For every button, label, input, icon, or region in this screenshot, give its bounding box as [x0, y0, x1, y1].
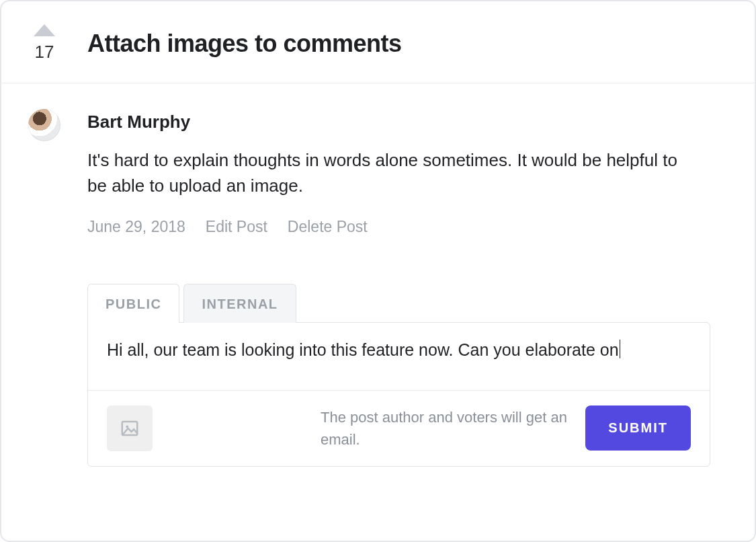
vote-column: 17: [1, 19, 87, 63]
compose-footer: The post author and voters will get an e…: [88, 390, 710, 466]
tab-internal[interactable]: INTERNAL: [183, 284, 296, 323]
content-column: Bart Murphy It's hard to explain thought…: [87, 108, 734, 467]
post-header: 17 Attach images to comments: [1, 1, 755, 83]
tab-public[interactable]: PUBLIC: [87, 284, 179, 323]
vote-count: 17: [35, 42, 54, 63]
compose-tabs: PUBLIC INTERNAL: [87, 283, 710, 322]
edit-post-link[interactable]: Edit Post: [206, 218, 267, 236]
comment-input[interactable]: Hi all, our team is looking into this fe…: [88, 323, 710, 390]
notify-hint: The post author and voters will get an e…: [166, 406, 572, 451]
image-icon: [120, 418, 140, 438]
comment-draft-text: Hi all, our team is looking into this fe…: [107, 340, 619, 359]
author-avatar[interactable]: [28, 109, 60, 141]
post-date: June 29, 2018: [87, 218, 185, 236]
post-meta: June 29, 2018 Edit Post Delete Post: [87, 218, 710, 236]
author-name[interactable]: Bart Murphy: [87, 112, 710, 132]
post-body: Bart Murphy It's hard to explain thought…: [1, 83, 755, 487]
upvote-icon[interactable]: [34, 24, 55, 36]
avatar-column: [1, 108, 87, 467]
post-text: It's hard to explain thoughts in words a…: [87, 147, 679, 199]
text-cursor: [620, 340, 620, 358]
submit-button[interactable]: SUBMIT: [585, 405, 691, 451]
post-title: Attach images to comments: [87, 19, 402, 58]
delete-post-link[interactable]: Delete Post: [288, 218, 368, 236]
compose-box: Hi all, our team is looking into this fe…: [87, 322, 710, 467]
post-card: 17 Attach images to comments Bart Murphy…: [0, 0, 756, 542]
attach-image-button[interactable]: [107, 405, 153, 451]
